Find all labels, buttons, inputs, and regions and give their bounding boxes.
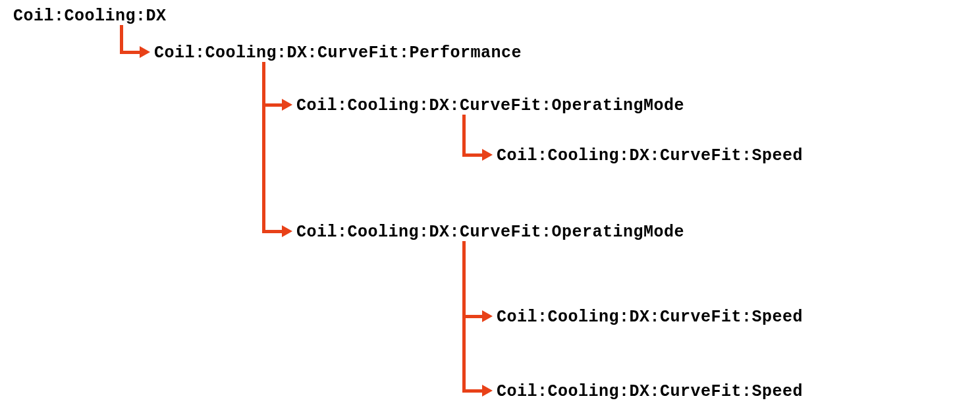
tree-node-opmode: Coil:Cooling:DX:CurveFit:OperatingMode [296,96,684,115]
tree-node-speed: Coil:Cooling:DX:CurveFit:Speed [497,308,803,327]
tree-node-speed: Coil:Cooling:DX:CurveFit:Speed [497,146,803,165]
tree-node-speed: Coil:Cooling:DX:CurveFit:Speed [497,382,803,401]
tree-node-performance: Coil:Cooling:DX:CurveFit:Performance [154,43,522,63]
tree-node-root: Coil:Cooling:DX [13,7,167,26]
tree-node-opmode: Coil:Cooling:DX:CurveFit:OperatingMode [296,223,684,242]
